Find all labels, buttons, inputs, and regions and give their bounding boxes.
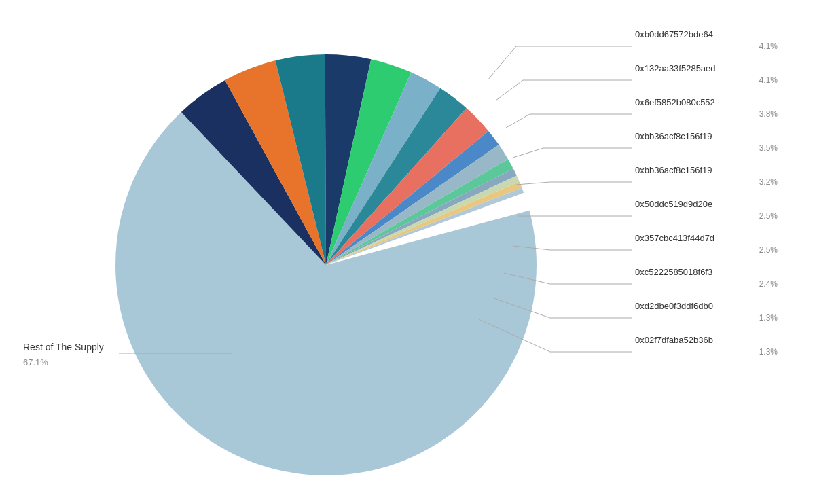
label-percent-4: 3.5%	[759, 143, 778, 153]
rest-label-title: Rest of The Supply	[23, 342, 104, 353]
label-address-7: 0x357cbc413f44d7d	[635, 233, 714, 243]
label-address-5: 0xbb36acf8c156f19	[635, 165, 712, 175]
label-address-3: 0x6ef5852b080c552	[635, 97, 715, 107]
chart-container: 0xb0dd67572bde64 4.1% 0x132aa33f5285aed …	[0, 0, 815, 504]
label-address-6: 0x50ddc519d9d20e	[635, 199, 712, 209]
label-address-2: 0x132aa33f5285aed	[635, 63, 716, 73]
label-percent-7: 2.5%	[759, 245, 778, 255]
pie-chart	[115, 54, 537, 475]
label-address-8: 0xc5222585018f6f3	[635, 267, 712, 277]
label-percent-6: 2.5%	[759, 211, 778, 221]
label-address-4: 0xbb36acf8c156f19	[635, 131, 712, 141]
rest-label-percent: 67.1%	[23, 357, 48, 367]
label-percent-10: 1.3%	[759, 347, 778, 357]
label-percent-3: 3.8%	[759, 109, 778, 119]
label-address-9: 0xd2dbe0f3ddf6db0	[635, 301, 713, 311]
label-percent-5: 3.2%	[759, 177, 778, 187]
label-percent-9: 1.3%	[759, 313, 778, 323]
label-percent-2: 4.1%	[759, 75, 778, 85]
label-address-10: 0x02f7dfaba52b36b	[635, 335, 713, 345]
label-address-1: 0xb0dd67572bde64	[635, 29, 713, 39]
label-percent-1: 4.1%	[759, 41, 778, 51]
label-percent-8: 2.4%	[759, 279, 778, 289]
